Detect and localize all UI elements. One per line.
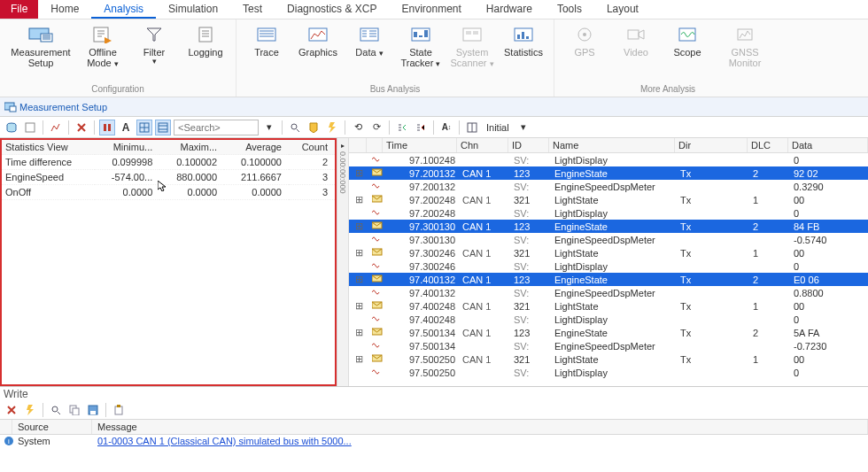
trace-panel: Time Chn ID Name Dir DLC Data 97.100248S… bbox=[349, 138, 868, 386]
pause-icon[interactable] bbox=[99, 120, 115, 135]
trace-row[interactable]: 97.300246SV:LightDisplay0 bbox=[349, 259, 868, 273]
data-button[interactable]: Data ▾ bbox=[345, 21, 394, 58]
trace-row[interactable]: ⊞97.300130CAN 1123EngineStateTx284 FB bbox=[349, 220, 868, 233]
offline-mode-button[interactable]: Offline Mode ▾ bbox=[78, 21, 128, 69]
col-dir[interactable]: Dir bbox=[675, 138, 748, 152]
graphics-button[interactable]: Graphics bbox=[293, 21, 343, 58]
col-statistics-view[interactable]: Statistics View bbox=[2, 140, 95, 155]
trace-row[interactable]: ⊞97.200132CAN 1123EngineStateTx292 02 bbox=[349, 166, 868, 180]
stats-row[interactable]: Time difference0.0999980.1000020.1000002 bbox=[2, 155, 335, 170]
statistics-button[interactable]: Statistics bbox=[499, 21, 548, 58]
col-count[interactable]: Count bbox=[289, 140, 335, 155]
trace-row[interactable]: ⊞97.300246CAN 1321LightStateTx100 bbox=[349, 246, 868, 259]
write-save-icon[interactable] bbox=[85, 402, 101, 418]
col-time[interactable]: Time bbox=[383, 138, 457, 152]
write-delete-icon[interactable] bbox=[4, 402, 19, 418]
measurement-setup-button[interactable]: Measurement Setup bbox=[5, 21, 76, 68]
trace-row[interactable]: ⊞97.400248CAN 1321LightStateTx100 bbox=[349, 299, 868, 313]
gnss-monitor-button[interactable]: GNSS Monitor bbox=[714, 21, 776, 68]
trace-header: Time Chn ID Name Dir DLC Data bbox=[349, 138, 868, 153]
expand-icon[interactable] bbox=[394, 120, 410, 135]
tab-simulation[interactable]: Simulation bbox=[156, 0, 230, 19]
col-maximum[interactable]: Maxim... bbox=[159, 140, 224, 155]
svg-marker-20 bbox=[639, 30, 644, 39]
initial-label[interactable]: Initial bbox=[483, 122, 513, 133]
svg-rect-16 bbox=[526, 36, 529, 39]
state-tracker-button[interactable]: State Tracker ▾ bbox=[396, 21, 446, 69]
svg-rect-19 bbox=[628, 30, 639, 39]
trace-row[interactable]: ⊞97.500250CAN 1321LightStateTx100 bbox=[349, 352, 868, 366]
filter-button[interactable]: Filter▾ bbox=[129, 21, 179, 66]
stats-row[interactable]: OnOff0.00000.00000.00003 bbox=[2, 185, 335, 200]
trace-row[interactable]: 97.200132SV:EngineSpeedDspMeter0.3290 bbox=[349, 180, 868, 193]
search-input[interactable] bbox=[174, 120, 259, 135]
write-copy-icon[interactable] bbox=[66, 402, 82, 418]
splitter-gutter[interactable]: ▸ 0.00:00:000 bbox=[337, 138, 349, 386]
trace-body[interactable]: 97.100248SV:LightDisplay0⊞97.200132CAN 1… bbox=[349, 153, 868, 382]
delete-icon[interactable] bbox=[74, 120, 89, 135]
forward-icon[interactable]: ⟳ bbox=[368, 120, 384, 135]
grid1-icon[interactable] bbox=[136, 120, 152, 135]
gps-button[interactable]: GPS bbox=[560, 21, 609, 58]
col-chn[interactable]: Chn bbox=[457, 138, 508, 152]
new-icon[interactable] bbox=[22, 120, 38, 135]
grid2-icon[interactable] bbox=[155, 120, 171, 135]
svg-rect-26 bbox=[26, 123, 35, 132]
stats-row[interactable]: EngineSpeed-574.00...880.0000211.66673 bbox=[2, 170, 335, 185]
db-icon[interactable] bbox=[4, 120, 19, 135]
trace-row[interactable]: 97.400132SV:EngineSpeedDspMeter0.8800 bbox=[349, 286, 868, 299]
svg-rect-15 bbox=[522, 32, 524, 39]
tab-file[interactable]: File bbox=[0, 0, 38, 19]
measurement-setup-label[interactable]: Measurement Setup bbox=[19, 102, 107, 112]
write-clipboard-icon[interactable] bbox=[111, 402, 127, 418]
col-message[interactable]: Message bbox=[92, 420, 868, 434]
write-row[interactable]: iSystem01-0003 CAN 1 (Classical CAN) sim… bbox=[0, 435, 868, 447]
tab-home[interactable]: Home bbox=[38, 0, 91, 19]
bolt-icon[interactable] bbox=[324, 120, 340, 135]
text-abs-icon[interactable]: A↕ bbox=[438, 120, 454, 135]
trace-row[interactable]: 97.200248SV:LightDisplay0 bbox=[349, 206, 868, 220]
col-name[interactable]: Name bbox=[549, 138, 675, 152]
trace-row[interactable]: 97.500250SV:LightDisplay0 bbox=[349, 366, 868, 379]
tab-analysis[interactable]: Analysis bbox=[91, 0, 156, 19]
col-data[interactable]: Data bbox=[788, 138, 868, 152]
tab-layout[interactable]: Layout bbox=[594, 0, 651, 19]
write-search-icon[interactable] bbox=[48, 402, 64, 418]
trace-row[interactable]: ⊞97.500134CAN 1123EngineStateTx25A FA bbox=[349, 326, 868, 339]
write-bolt-icon[interactable] bbox=[22, 402, 38, 418]
trace-row[interactable]: 97.400248SV:LightDisplay0 bbox=[349, 313, 868, 326]
search-find-icon[interactable] bbox=[287, 120, 303, 135]
col-minimum[interactable]: Minimu... bbox=[95, 140, 160, 155]
system-scanner-button[interactable]: System Scanner ▾ bbox=[447, 21, 497, 69]
trace-row[interactable]: ⊞97.400132CAN 1123EngineStateTx2E0 06 bbox=[349, 273, 868, 286]
text-a-icon[interactable]: A bbox=[118, 120, 134, 135]
ribbon-group-bus-analysis: Trace Graphics Data ▾ State Tracker ▾ Sy… bbox=[236, 19, 554, 97]
back-icon[interactable]: ⟲ bbox=[350, 120, 366, 135]
trace-row[interactable]: ⊞97.200248CAN 1321LightStateTx100 bbox=[349, 193, 868, 206]
col-id[interactable]: ID bbox=[508, 138, 549, 152]
col-average[interactable]: Average bbox=[224, 140, 289, 155]
trace-button[interactable]: Trace bbox=[242, 21, 291, 58]
col-dlc[interactable]: DLC bbox=[748, 138, 788, 152]
tab-diagnostics[interactable]: Diagnostics & XCP bbox=[275, 0, 389, 19]
ritem-label: Offline Mode ▾ bbox=[79, 47, 127, 69]
chevron-down-icon: ▾ bbox=[379, 49, 384, 58]
collapse-right-icon[interactable]: ▸ bbox=[341, 142, 345, 150]
scope-button[interactable]: Scope bbox=[663, 21, 712, 58]
signal-icon[interactable] bbox=[48, 120, 64, 135]
trace-row[interactable]: 97.500134SV:EngineSpeedDspMeter-0.7230 bbox=[349, 339, 868, 352]
initial-dropdown-icon[interactable]: ▾ bbox=[515, 120, 531, 135]
collapse-icon[interactable] bbox=[413, 120, 429, 135]
tab-tools[interactable]: Tools bbox=[545, 0, 594, 19]
layout-icon[interactable] bbox=[464, 120, 480, 135]
logging-button[interactable]: Logging bbox=[181, 21, 230, 58]
tab-test[interactable]: Test bbox=[230, 0, 275, 19]
tab-environment[interactable]: Environment bbox=[389, 0, 473, 19]
trace-row[interactable]: 97.300130SV:EngineSpeedDspMeter-0.5740 bbox=[349, 233, 868, 246]
col-source[interactable]: Source bbox=[12, 420, 92, 434]
trace-row[interactable]: 97.100248SV:LightDisplay0 bbox=[349, 153, 868, 166]
search-dropdown-icon[interactable]: ▾ bbox=[261, 120, 277, 135]
marker-icon[interactable] bbox=[306, 120, 322, 135]
video-button[interactable]: Video bbox=[611, 21, 661, 58]
tab-hardware[interactable]: Hardware bbox=[474, 0, 545, 19]
